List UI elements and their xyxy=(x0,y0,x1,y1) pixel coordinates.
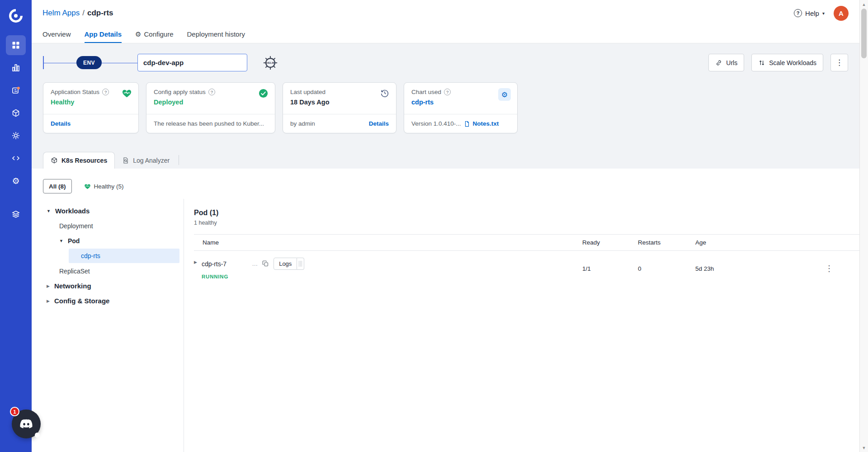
pod-table: Name Ready Restarts Age ▶ cdp-rts-7 xyxy=(194,234,859,286)
breadcrumb: Helm Apps / cdp-rts xyxy=(42,9,113,18)
sidebar-item-stack-manager[interactable] xyxy=(6,204,26,224)
column-age: Age xyxy=(695,239,823,246)
app-groups-chart-icon xyxy=(11,63,20,72)
urls-button[interactable]: Urls xyxy=(708,54,744,71)
sidebar-item-security[interactable] xyxy=(6,126,26,146)
breadcrumb-helm-apps[interactable]: Helm Apps xyxy=(42,9,80,18)
row-kebab-menu[interactable]: ⋮ xyxy=(823,264,834,273)
pod-age-value: 5d 23h xyxy=(695,265,823,272)
jobs-icon xyxy=(11,86,20,95)
chat-widget-button[interactable]: 1 xyxy=(12,410,41,438)
health-filters: All (8) Healthy (5) xyxy=(43,179,859,193)
caret-right-icon[interactable]: ▶ xyxy=(47,299,50,303)
env-badge: ENV xyxy=(76,56,102,69)
k8s-resources-label: K8s Resources xyxy=(61,157,107,164)
tab-deployment-history[interactable]: Deployment history xyxy=(187,26,245,43)
pod-panel-title: Pod (1) xyxy=(194,209,859,217)
sidebar-item-global-config[interactable]: ⚙ xyxy=(6,171,26,191)
app-name-box[interactable]: cdp-dev-app xyxy=(137,54,247,71)
tab-log-analyzer[interactable]: Log Analyzer xyxy=(115,152,177,169)
sidebar-item-bulk-edit[interactable] xyxy=(6,148,26,168)
caret-down-icon[interactable]: ▼ xyxy=(59,239,63,243)
gear-icon: ⚙ xyxy=(12,177,19,185)
pod-label: Pod xyxy=(68,237,80,245)
tree-node-cdp-rts-selected[interactable]: cdp-rts xyxy=(69,249,179,263)
sidebar-item-chart-store[interactable] xyxy=(6,103,26,123)
application-status-card-top: Application Status ? Healthy xyxy=(43,83,138,114)
logs-button-grip[interactable] xyxy=(297,258,304,270)
row-expand-caret-icon[interactable]: ▶ xyxy=(194,260,197,264)
tree-node-networking[interactable]: ▶ Networking xyxy=(32,278,184,293)
column-name: Name xyxy=(194,239,582,246)
application-status-title: Application Status xyxy=(51,89,99,95)
last-updated-title: Last updated xyxy=(290,89,326,95)
chart-version-text: Version 1.0.410-... xyxy=(411,120,461,127)
urls-button-label: Urls xyxy=(726,59,737,66)
env-connector-line: ENV xyxy=(43,54,137,71)
last-updated-value: 18 Days Ago xyxy=(290,99,389,106)
tree-node-workloads[interactable]: ▼ Workloads xyxy=(32,203,184,218)
notes-txt-link[interactable]: Notes.txt xyxy=(473,120,499,127)
sidebar-item-jobs[interactable] xyxy=(6,80,26,100)
code-icon xyxy=(11,154,20,163)
app-status-section: ENV cdp-dev-app HELM Urls Scale Workload… xyxy=(32,43,859,169)
env-more-menu-button[interactable]: ⋮ xyxy=(830,54,848,71)
pod-name-truncation: … xyxy=(252,260,258,267)
application-status-details-link[interactable]: Details xyxy=(51,120,71,127)
security-scan-icon xyxy=(11,131,20,140)
tree-node-config-storage[interactable]: ▶ Config & Storage xyxy=(32,293,184,308)
column-ready: Ready xyxy=(582,239,638,246)
application-status-card: Application Status ? Healthy Details xyxy=(43,82,139,133)
chart-used-link[interactable]: cdp-rts xyxy=(411,99,434,106)
scroll-up-arrow-icon[interactable]: ▲ xyxy=(860,0,868,8)
last-updated-card: Last updated 18 Days Ago by admin Detail… xyxy=(283,82,396,133)
chart-gear-badge: ⚙ xyxy=(498,88,511,101)
user-avatar[interactable]: A xyxy=(834,6,849,21)
help-icon[interactable]: ? xyxy=(444,89,451,95)
config-storage-label: Config & Storage xyxy=(54,297,110,305)
last-updated-details-link[interactable]: Details xyxy=(369,120,389,127)
config-apply-value: Deployed xyxy=(154,99,268,106)
sidebar-item-application-groups[interactable] xyxy=(6,58,26,78)
pod-ready-value: 1/1 xyxy=(582,265,638,272)
tab-k8s-resources[interactable]: K8s Resources xyxy=(43,152,115,169)
history-icon xyxy=(380,88,390,98)
chart-used-title: Chart used xyxy=(411,89,441,95)
pod-table-row: ▶ cdp-rts-7 … Logs xyxy=(194,251,859,286)
sidebar-item-applications[interactable] xyxy=(6,35,26,55)
scale-workloads-button[interactable]: Scale Workloads xyxy=(751,54,823,71)
help-menu[interactable]: ? Help ▾ xyxy=(794,9,825,17)
gear-icon: ⚙ xyxy=(501,90,508,99)
tree-node-pod[interactable]: ▼ Pod xyxy=(32,233,184,248)
svg-text:HELM: HELM xyxy=(266,61,274,64)
last-updated-by: by admin xyxy=(290,120,315,127)
pod-status-badge: RUNNING xyxy=(202,274,304,279)
tab-configure[interactable]: ⚙ Configure xyxy=(135,26,174,43)
resource-tabs: K8s Resources Log Analyzer xyxy=(43,152,848,169)
scrollbar-thumb[interactable] xyxy=(861,9,867,58)
tab-overview-label: Overview xyxy=(42,30,71,38)
filter-healthy-label: Healthy (5) xyxy=(94,183,124,190)
devtron-logo[interactable] xyxy=(5,5,26,26)
config-apply-status-card: Config apply status ? Deployed The relea… xyxy=(146,82,275,133)
logs-button[interactable]: Logs xyxy=(274,258,297,270)
pod-name: cdp-rts-7 xyxy=(202,260,226,268)
copy-icon[interactable] xyxy=(262,260,269,267)
filter-all[interactable]: All (8) xyxy=(43,179,72,193)
tab-app-details[interactable]: App Details xyxy=(85,26,122,43)
k8s-cube-icon xyxy=(51,157,58,164)
filter-healthy[interactable]: Healthy (5) xyxy=(78,179,130,193)
chevron-down-icon: ▾ xyxy=(822,11,825,16)
caret-right-icon[interactable]: ▶ xyxy=(47,284,50,288)
last-updated-card-top: Last updated 18 Days Ago xyxy=(283,83,396,114)
tree-node-deployment[interactable]: Deployment xyxy=(32,218,184,233)
breadcrumb-current-app: cdp-rts xyxy=(87,9,113,18)
help-icon[interactable]: ? xyxy=(102,89,109,95)
kebab-icon: ⋮ xyxy=(835,58,843,67)
scroll-down-arrow-icon[interactable]: ▼ xyxy=(860,444,868,452)
help-icon[interactable]: ? xyxy=(208,89,215,95)
tree-node-replicaset[interactable]: ReplicaSet xyxy=(32,264,184,278)
caret-down-icon[interactable]: ▼ xyxy=(47,209,51,213)
page-scrollbar[interactable]: ▲ ▼ xyxy=(859,0,868,452)
tab-overview[interactable]: Overview xyxy=(42,26,71,43)
